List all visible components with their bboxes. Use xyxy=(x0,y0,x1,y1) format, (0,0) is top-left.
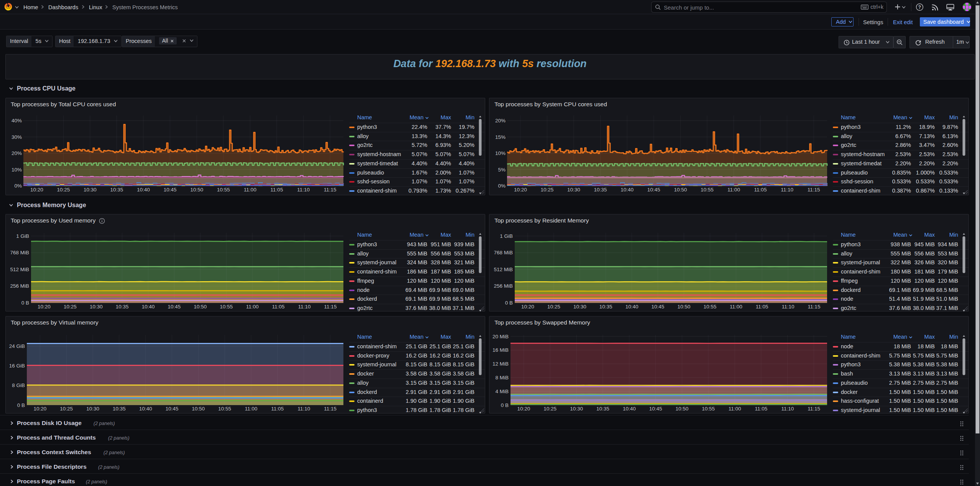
svg-text:10:50: 10:50 xyxy=(194,304,207,310)
svg-text:512 MiB: 512 MiB xyxy=(494,267,513,272)
svg-text:11:15: 11:15 xyxy=(324,406,337,412)
svg-text:10:45: 10:45 xyxy=(168,304,181,310)
svg-text:0%: 0% xyxy=(14,183,22,189)
svg-text:11:10: 11:10 xyxy=(781,406,794,412)
svg-text:11:05: 11:05 xyxy=(271,406,284,412)
svg-text:1 GiB: 1 GiB xyxy=(16,233,29,239)
svg-text:10:25: 10:25 xyxy=(541,187,554,193)
svg-text:10:25: 10:25 xyxy=(64,304,77,310)
svg-text:0 B: 0 B xyxy=(21,300,29,306)
svg-text:15%: 15% xyxy=(495,134,506,140)
svg-text:10:40: 10:40 xyxy=(137,187,150,193)
svg-text:8 MiB: 8 MiB xyxy=(495,375,509,381)
svg-text:11:15: 11:15 xyxy=(808,187,820,193)
svg-text:11:05: 11:05 xyxy=(754,187,767,193)
svg-text:10:40: 10:40 xyxy=(621,187,634,193)
svg-text:11:05: 11:05 xyxy=(271,187,283,193)
svg-text:16 MiB: 16 MiB xyxy=(492,347,509,353)
svg-text:4 MiB: 4 MiB xyxy=(495,389,509,394)
svg-text:768 MiB: 768 MiB xyxy=(494,250,513,255)
svg-text:11:10: 11:10 xyxy=(298,304,311,310)
svg-text:11:00: 11:00 xyxy=(245,406,258,412)
svg-text:11:00: 11:00 xyxy=(727,187,740,193)
svg-text:16 GiB: 16 GiB xyxy=(9,363,25,369)
svg-text:10:30: 10:30 xyxy=(84,187,97,193)
svg-text:0 B: 0 B xyxy=(501,402,509,408)
svg-text:10:20: 10:20 xyxy=(34,406,47,412)
svg-text:10:35: 10:35 xyxy=(594,187,607,193)
svg-text:10:35: 10:35 xyxy=(116,304,129,310)
svg-text:10%: 10% xyxy=(11,167,22,173)
svg-text:10:55: 10:55 xyxy=(217,187,230,193)
svg-text:20%: 20% xyxy=(11,150,22,156)
svg-text:8 GiB: 8 GiB xyxy=(12,382,25,388)
svg-text:10:50: 10:50 xyxy=(190,187,203,193)
svg-text:10:55: 10:55 xyxy=(702,406,715,412)
svg-text:12 MiB: 12 MiB xyxy=(492,361,509,367)
svg-text:1 GiB: 1 GiB xyxy=(500,233,513,239)
svg-text:10:25: 10:25 xyxy=(60,406,73,412)
svg-text:10:30: 10:30 xyxy=(573,304,586,310)
svg-text:11:10: 11:10 xyxy=(297,406,310,412)
svg-text:10:55: 10:55 xyxy=(218,406,231,412)
svg-text:11:10: 11:10 xyxy=(781,187,793,193)
svg-text:10:55: 10:55 xyxy=(704,304,717,310)
svg-text:11:05: 11:05 xyxy=(755,406,768,412)
svg-text:0 B: 0 B xyxy=(17,402,25,408)
svg-text:10:35: 10:35 xyxy=(110,187,123,193)
svg-text:10:35: 10:35 xyxy=(599,304,612,310)
svg-text:10:20: 10:20 xyxy=(38,304,51,310)
svg-text:11:00: 11:00 xyxy=(246,304,259,310)
svg-text:10:25: 10:25 xyxy=(543,406,556,412)
svg-text:256 MiB: 256 MiB xyxy=(494,283,513,289)
svg-text:10:40: 10:40 xyxy=(142,304,155,310)
svg-text:10:30: 10:30 xyxy=(567,187,580,193)
svg-text:10:45: 10:45 xyxy=(647,187,660,193)
svg-text:10:50: 10:50 xyxy=(192,406,205,412)
svg-text:30%: 30% xyxy=(11,134,22,140)
svg-text:40%: 40% xyxy=(11,118,22,124)
svg-text:10:50: 10:50 xyxy=(676,406,689,412)
svg-text:11:00: 11:00 xyxy=(729,406,741,412)
svg-text:5%: 5% xyxy=(498,167,506,173)
svg-text:?: ? xyxy=(918,5,921,10)
svg-text:11:15: 11:15 xyxy=(324,187,337,193)
svg-text:10:20: 10:20 xyxy=(517,406,530,412)
svg-text:10:25: 10:25 xyxy=(547,304,560,310)
svg-text:11:15: 11:15 xyxy=(324,304,337,310)
svg-text:11:10: 11:10 xyxy=(297,187,310,193)
svg-text:24 GiB: 24 GiB xyxy=(9,343,25,349)
svg-text:10:30: 10:30 xyxy=(86,406,99,412)
svg-text:20 MiB: 20 MiB xyxy=(492,334,509,339)
svg-text:11:15: 11:15 xyxy=(808,406,820,412)
svg-text:10:45: 10:45 xyxy=(166,406,179,412)
svg-text:11:15: 11:15 xyxy=(808,304,821,310)
svg-text:10:30: 10:30 xyxy=(90,304,103,310)
svg-text:10:40: 10:40 xyxy=(623,406,636,412)
svg-text:10:55: 10:55 xyxy=(701,187,714,193)
svg-text:10:55: 10:55 xyxy=(220,304,233,310)
svg-text:10:40: 10:40 xyxy=(625,304,639,310)
svg-text:11:00: 11:00 xyxy=(730,304,742,310)
svg-text:256 MiB: 256 MiB xyxy=(10,283,29,289)
svg-text:10:40: 10:40 xyxy=(139,406,152,412)
svg-text:11:05: 11:05 xyxy=(272,304,285,310)
svg-text:11:10: 11:10 xyxy=(782,304,795,310)
svg-text:10:20: 10:20 xyxy=(521,304,534,310)
svg-text:0 B: 0 B xyxy=(505,300,513,306)
svg-text:0%: 0% xyxy=(498,183,506,189)
svg-text:10:50: 10:50 xyxy=(678,304,691,310)
svg-text:10:45: 10:45 xyxy=(649,406,662,412)
svg-text:10%: 10% xyxy=(495,150,506,156)
svg-text:10:30: 10:30 xyxy=(570,406,583,412)
svg-text:11:00: 11:00 xyxy=(244,187,256,193)
svg-text:768 MiB: 768 MiB xyxy=(10,250,29,255)
svg-text:20%: 20% xyxy=(495,118,506,124)
svg-text:512 MiB: 512 MiB xyxy=(10,267,29,272)
svg-text:10:35: 10:35 xyxy=(596,406,609,412)
svg-text:10:25: 10:25 xyxy=(57,187,70,193)
svg-text:10:45: 10:45 xyxy=(164,187,177,193)
svg-text:10:20: 10:20 xyxy=(514,187,527,193)
svg-text:10:50: 10:50 xyxy=(674,187,687,193)
svg-text:10:45: 10:45 xyxy=(652,304,665,310)
